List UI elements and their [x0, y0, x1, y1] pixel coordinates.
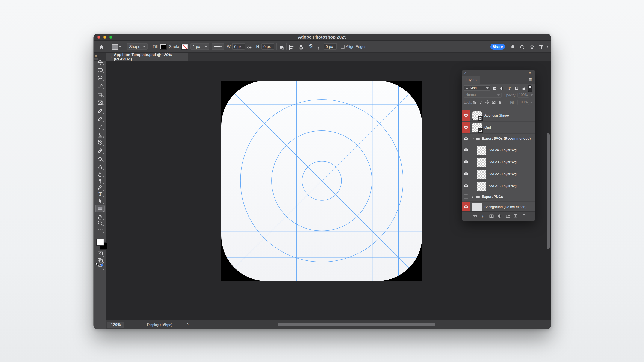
layer-visibility-toggle[interactable] — [462, 121, 470, 133]
filter-image-icon[interactable] — [492, 86, 496, 91]
tool-mode-select[interactable]: Shape — [127, 43, 148, 50]
tool-path-selection[interactable] — [95, 197, 105, 204]
layer-name[interactable]: SVG/3 - Layer.svg — [489, 160, 516, 164]
lock-lock-icon[interactable] — [498, 100, 502, 105]
layer-group-name[interactable]: Export SVGs (Recommended) — [482, 137, 531, 141]
layer-row[interactable]: SVG/2 - Layer.svg — [462, 168, 535, 180]
stroke-width-select[interactable]: 1 px — [190, 43, 210, 50]
kind-filter-select[interactable]: Kind — [464, 85, 490, 91]
tool-eraser[interactable] — [95, 147, 105, 155]
layer-row[interactable]: Grid — [462, 121, 535, 134]
layer-name[interactable]: SVG/2 - Layer.svg — [489, 172, 516, 176]
tool-preset-swatch[interactable] — [112, 44, 118, 50]
width-input[interactable]: 0 px — [232, 43, 245, 50]
quick-mask-button[interactable] — [95, 250, 105, 257]
layer-visibility-toggle[interactable] — [462, 192, 470, 201]
layer-visibility-toggle[interactable] — [462, 134, 470, 144]
workspace-chevron-icon[interactable] — [546, 46, 549, 47]
layer-row[interactable]: App Icon Shape — [462, 109, 535, 121]
horizontal-scrollbar-thumb[interactable] — [278, 323, 436, 327]
layers-tab[interactable]: Layers — [462, 76, 480, 84]
layer-row[interactable]: Export SVGs (Recommended) — [462, 134, 535, 144]
canvas-area[interactable]: × « Layers ≡ Kind T Normal — [106, 61, 551, 320]
tool-crop[interactable] — [95, 90, 105, 98]
blend-mode-select[interactable]: Normal — [464, 92, 502, 98]
vertical-scrollbar[interactable] — [546, 61, 550, 320]
tool-object-selection[interactable] — [95, 82, 105, 90]
tool-type[interactable]: T — [95, 190, 105, 198]
chevron-right-icon[interactable] — [471, 195, 474, 199]
stroke-style-select[interactable] — [212, 43, 224, 50]
layer-row[interactable]: SVG/1 - Layer.svg — [462, 180, 535, 192]
layer-thumbnail[interactable] — [477, 170, 486, 179]
adjustment-icon[interactable] — [497, 213, 502, 219]
tool-rectangle[interactable] — [95, 204, 105, 212]
tool-smudge[interactable] — [95, 170, 105, 178]
layer-visibility-toggle[interactable] — [462, 156, 470, 168]
layer-group-name[interactable]: Export PNGs — [482, 195, 503, 198]
lock-checker-icon[interactable] — [472, 100, 476, 105]
status-chevron-icon[interactable]: › — [187, 321, 188, 327]
layer-row[interactable]: SVG/3 - Layer.svg — [462, 156, 535, 168]
layer-thumbnail[interactable] — [472, 111, 482, 120]
tool-gradient[interactable] — [95, 155, 105, 163]
tool-healing-brush[interactable] — [95, 115, 105, 123]
layer-row[interactable]: SVG/4 - Layer.svg — [462, 144, 535, 156]
home-icon[interactable] — [99, 44, 104, 51]
fx-icon[interactable]: fx — [481, 213, 486, 219]
layer-thumbnail[interactable] — [472, 123, 482, 132]
filter-toggle[interactable] — [528, 85, 532, 92]
delete-icon[interactable] — [522, 213, 526, 219]
tool-ellipsis[interactable] — [95, 226, 105, 233]
height-input[interactable]: 0 px — [261, 43, 274, 50]
tool-frame[interactable] — [95, 99, 105, 106]
layer-name[interactable]: Background (Do not export) — [484, 205, 527, 209]
tool-zoom[interactable] — [95, 219, 105, 227]
opacity-input[interactable]: 100% — [518, 92, 529, 98]
tool-clone-stamp[interactable] — [95, 131, 105, 138]
fill-input[interactable]: 100% — [518, 100, 529, 105]
layer-name[interactable]: App Icon Shape — [484, 113, 509, 117]
tool-history-brush[interactable] — [95, 139, 105, 146]
document-tab[interactable]: × App Icon Template.psd @ 120% (RGB/16*) — [106, 53, 188, 61]
app-icon-document[interactable] — [222, 81, 422, 281]
tool-preset-chevron-icon[interactable] — [119, 46, 122, 47]
lock-move-icon[interactable] — [485, 100, 489, 105]
layer-thumbnail[interactable] — [477, 158, 486, 167]
fill-swatch[interactable] — [160, 44, 166, 49]
foreground-color-swatch[interactable] — [96, 239, 104, 245]
fill-chevron-icon[interactable] — [530, 102, 533, 103]
layer-visibility-toggle[interactable] — [462, 201, 470, 212]
align-edges-checkbox[interactable] — [341, 45, 344, 49]
tool-eyedropper[interactable] — [95, 107, 105, 115]
layer-name[interactable]: Grid — [484, 126, 491, 129]
share-button[interactable]: Share — [490, 44, 505, 50]
panel-menu-icon[interactable]: ≡ — [529, 77, 532, 82]
layer-thumbnail[interactable] — [477, 181, 486, 191]
lock-frame-icon[interactable] — [492, 100, 496, 105]
filter-type-icon[interactable]: T — [507, 86, 511, 91]
zoom-level-field[interactable]: 120% — [107, 322, 124, 328]
link-dimensions-icon[interactable] — [247, 44, 252, 52]
filter-smart-object-icon[interactable] — [522, 86, 526, 91]
layer-visibility-toggle[interactable] — [462, 168, 470, 180]
layer-thumbnail[interactable] — [477, 146, 486, 155]
path-align-icon[interactable] — [289, 44, 294, 52]
link-icon[interactable] — [472, 213, 477, 219]
bell-icon[interactable] — [510, 44, 515, 51]
group-icon[interactable] — [506, 213, 510, 219]
layer-visibility-toggle[interactable] — [462, 180, 470, 192]
tools-overflow-icon[interactable]: » — [95, 53, 96, 58]
tool-brush[interactable] — [95, 123, 105, 131]
path-arrange-icon[interactable] — [298, 44, 304, 52]
panel-close-icon[interactable]: × — [464, 71, 466, 75]
capture-button[interactable] — [95, 263, 105, 271]
layer-row[interactable]: Export PNGs — [462, 192, 535, 201]
layer-name[interactable]: SVG/4 - Layer.svg — [489, 148, 516, 152]
tool-lasso[interactable] — [95, 74, 105, 82]
mask-icon[interactable] — [489, 213, 494, 219]
corner-radius-input[interactable]: 0 px — [324, 43, 337, 50]
search-icon[interactable] — [520, 44, 525, 51]
status-display-info[interactable]: Display (16bpc) — [134, 323, 185, 327]
filter-shape-icon[interactable] — [514, 86, 518, 91]
